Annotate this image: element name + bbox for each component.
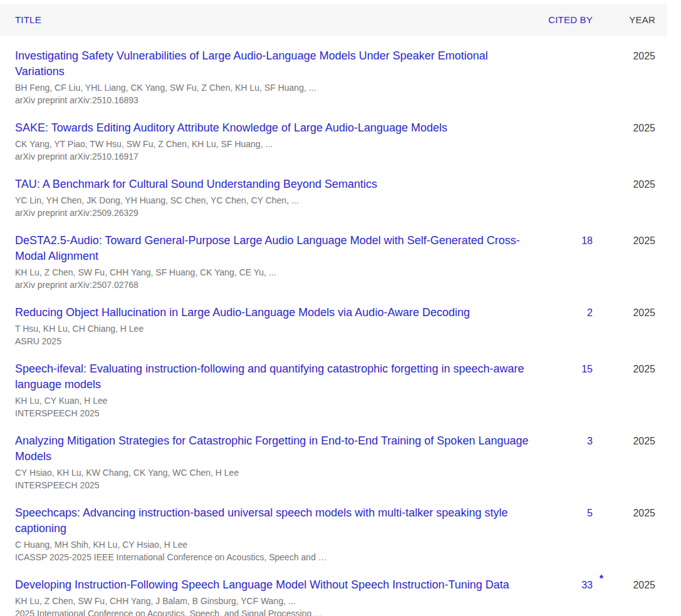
article-authors: C Huang, MH Shih, KH Lu, CY Hsiao, H Lee bbox=[15, 538, 532, 551]
article-row: Developing Instruction-Following Speech … bbox=[0, 570, 667, 616]
cited-by-cell: 33* bbox=[538, 577, 593, 593]
article-venue: arXiv preprint arXiv:2510.16893 bbox=[15, 94, 532, 106]
article-row: TAU: A Benchmark for Cultural Sound Unde… bbox=[0, 170, 667, 226]
article-year: 2025 bbox=[593, 177, 655, 192]
article-venue: ICASSP 2025-2025 IEEE International Conf… bbox=[15, 551, 532, 563]
article-title-link[interactable]: SAKE: Towards Editing Auditory Attribute… bbox=[15, 120, 532, 136]
title-column-header-cell: TITLE bbox=[15, 14, 538, 26]
cited-by-column-header-cell: CITED BY bbox=[538, 14, 593, 26]
article-row: Reducing Object Hallucination in Large A… bbox=[0, 298, 667, 354]
article-venue: arXiv preprint arXiv:2509.26329 bbox=[15, 207, 532, 219]
article-title-block: Analyzing Mitigation Strategies for Cata… bbox=[15, 433, 538, 491]
table-header-row: TITLE CITED BY YEAR bbox=[0, 4, 667, 36]
year-column-header-cell: YEAR bbox=[593, 14, 655, 26]
cited-by-cell: 3 bbox=[538, 433, 593, 449]
sort-by-year-button[interactable]: YEAR bbox=[629, 14, 655, 25]
article-title-link[interactable]: TAU: A Benchmark for Cultural Sound Unde… bbox=[15, 177, 532, 192]
article-title-block: Speech-ifeval: Evaluating instruction-fo… bbox=[15, 361, 538, 419]
cited-by-count-link[interactable]: 15 bbox=[581, 361, 593, 377]
article-year: 2025 bbox=[593, 433, 655, 449]
article-year: 2025 bbox=[593, 233, 655, 249]
article-title-link[interactable]: Reducing Object Hallucination in Large A… bbox=[15, 305, 532, 321]
article-year: 2025 bbox=[593, 361, 655, 377]
cited-by-cell bbox=[538, 120, 593, 136]
article-row: Analyzing Mitigation Strategies for Cata… bbox=[0, 426, 667, 498]
publications-table: TITLE CITED BY YEAR Investigating Safety… bbox=[0, 4, 667, 616]
article-row: DeSTA2.5-Audio: Toward General-Purpose L… bbox=[0, 226, 667, 298]
article-authors: CY Hsiao, KH Lu, KW Chang, CK Yang, WC C… bbox=[15, 466, 532, 479]
article-authors: KH Lu, Z Chen, SW Fu, CHH Yang, J Balam,… bbox=[15, 595, 532, 607]
article-title-block: Speechcaps: Advancing instruction-based … bbox=[15, 505, 538, 563]
article-year: 2025 bbox=[593, 505, 655, 521]
article-title-link[interactable]: Speech-ifeval: Evaluating instruction-fo… bbox=[15, 361, 532, 393]
cited-by-count-link[interactable]: 2 bbox=[587, 305, 593, 321]
article-title-block: Developing Instruction-Following Speech … bbox=[15, 577, 538, 616]
article-title-link[interactable]: Investigating Safety Vulnerabilities of … bbox=[15, 48, 532, 80]
article-authors: YC Lin, YH Chen, JK Dong, YH Huang, SC C… bbox=[15, 194, 532, 207]
article-row: Speech-ifeval: Evaluating instruction-fo… bbox=[0, 354, 667, 426]
article-title-block: Investigating Safety Vulnerabilities of … bbox=[15, 48, 538, 106]
article-venue: INTERSPEECH 2025 bbox=[15, 407, 532, 419]
article-venue: arXiv preprint arXiv:2510.16917 bbox=[15, 150, 532, 163]
article-year: 2025 bbox=[593, 305, 655, 321]
article-title-link[interactable]: Developing Instruction-Following Speech … bbox=[15, 577, 532, 593]
publications-list: Investigating Safety Vulnerabilities of … bbox=[0, 41, 667, 616]
article-title-block: SAKE: Towards Editing Auditory Attribute… bbox=[15, 120, 538, 163]
merged-citations-asterisk: * bbox=[600, 571, 603, 587]
cited-by-cell: 5 bbox=[538, 505, 593, 521]
article-authors: T Hsu, KH Lu, CH Chiang, H Lee bbox=[15, 322, 532, 335]
article-venue: arXiv preprint arXiv:2507.02768 bbox=[15, 279, 532, 291]
cited-by-cell: 18 bbox=[538, 233, 593, 249]
cited-by-cell: 2 bbox=[538, 305, 593, 321]
article-title-link[interactable]: Analyzing Mitigation Strategies for Cata… bbox=[15, 433, 532, 465]
cited-by-count-link[interactable]: 33* bbox=[581, 577, 593, 593]
article-title-block: TAU: A Benchmark for Cultural Sound Unde… bbox=[15, 177, 538, 219]
cited-by-cell bbox=[538, 48, 593, 64]
article-authors: KH Lu, Z Chen, SW Fu, CHH Yang, SF Huang… bbox=[15, 266, 532, 279]
article-title-link[interactable]: Speechcaps: Advancing instruction-based … bbox=[15, 505, 532, 536]
article-authors: KH Lu, CY Kuan, H Lee bbox=[15, 394, 532, 407]
article-authors: BH Feng, CF Liu, YHL Liang, CK Yang, SW … bbox=[15, 81, 532, 94]
article-authors: CK Yang, YT Piao, TW Hsu, SW Fu, Z Chen,… bbox=[15, 138, 532, 150]
cited-by-cell: 15 bbox=[538, 361, 593, 377]
article-row: SAKE: Towards Editing Auditory Attribute… bbox=[0, 113, 667, 170]
article-venue: ASRU 2025 bbox=[15, 335, 532, 347]
cited-by-count-link[interactable]: 18 bbox=[581, 233, 593, 249]
article-title-block: DeSTA2.5-Audio: Toward General-Purpose L… bbox=[15, 233, 538, 291]
sort-by-citations-button[interactable]: CITED BY bbox=[548, 14, 593, 25]
cited-by-cell bbox=[538, 177, 593, 192]
article-row: Investigating Safety Vulnerabilities of … bbox=[0, 41, 667, 113]
sort-by-title-button[interactable]: TITLE bbox=[15, 14, 41, 25]
cited-by-count-link[interactable]: 3 bbox=[587, 433, 593, 449]
article-venue: INTERSPEECH 2025 bbox=[15, 479, 532, 491]
article-title-link[interactable]: DeSTA2.5-Audio: Toward General-Purpose L… bbox=[15, 233, 532, 264]
cited-by-count-link[interactable]: 5 bbox=[587, 505, 593, 521]
publications-page: TITLE CITED BY YEAR Investigating Safety… bbox=[0, 4, 681, 616]
article-year: 2025 bbox=[593, 120, 655, 136]
article-row: Speechcaps: Advancing instruction-based … bbox=[0, 498, 667, 570]
article-venue: 2025 International Conference on Acousti… bbox=[15, 607, 532, 616]
article-title-block: Reducing Object Hallucination in Large A… bbox=[15, 305, 538, 347]
article-year: 2025 bbox=[593, 48, 655, 64]
